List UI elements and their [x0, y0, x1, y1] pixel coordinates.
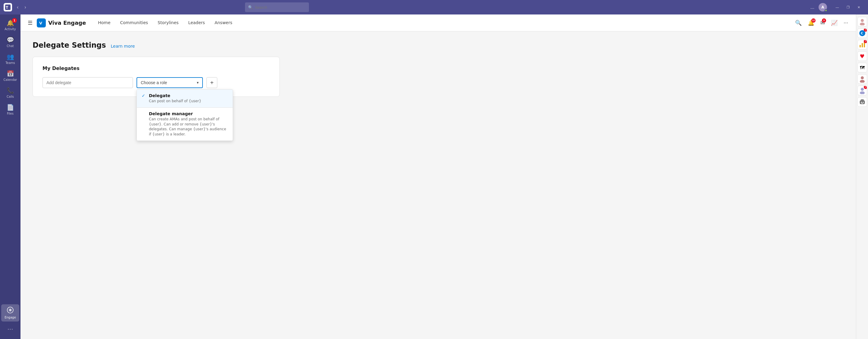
- chevron-down-icon: ▾: [197, 81, 198, 85]
- nav-link-home[interactable]: Home: [93, 15, 115, 31]
- brand-name: Viva Engage: [48, 20, 86, 26]
- right-sidebar: C 1 1 ♥ 🗺: [856, 15, 868, 339]
- right-panel-person2[interactable]: C 1: [858, 28, 867, 38]
- maximize-button[interactable]: ❐: [843, 3, 854, 11]
- svg-point-4: [10, 309, 11, 311]
- notifications-button[interactable]: 🔔 12: [806, 18, 816, 28]
- sidebar-item-label: Calls: [7, 95, 14, 98]
- hamburger-button[interactable]: ☰: [27, 19, 34, 27]
- dropdown-item-delegate-manager[interactable]: ✓ Delegate manager Can create AMAs and p…: [137, 108, 233, 141]
- title-bar-left: T ‹ ›: [4, 3, 29, 11]
- delegate-manager-option-description: Can create AMAs and post on behalf of {u…: [142, 117, 228, 137]
- delegates-card: My Delegates Choose a role ▾: [33, 57, 280, 97]
- svg-point-16: [861, 88, 864, 91]
- sidebar-item-teams[interactable]: 👥 Teams: [1, 51, 19, 67]
- sidebar-item-label: Calendar: [4, 78, 17, 81]
- forward-button[interactable]: ›: [22, 3, 28, 11]
- nav-link-leaders[interactable]: Leaders: [184, 15, 210, 31]
- page-title-row: Delegate Settings Learn more: [33, 41, 844, 50]
- sidebar-item-label: Engage: [4, 316, 16, 319]
- dropdown-item-delegate[interactable]: ✓ Delegate Can post on behalf of {user}: [137, 90, 233, 107]
- right-panel-person4[interactable]: 1: [858, 86, 867, 95]
- nav-link-communities[interactable]: Communities: [116, 15, 153, 31]
- analytics-button[interactable]: 📈: [829, 18, 839, 28]
- right-panel-map[interactable]: 🗺: [858, 63, 867, 73]
- role-dropdown-button[interactable]: Choose a role ▾: [136, 77, 203, 88]
- sidebar-item-label: Chat: [7, 44, 13, 48]
- nav-arrows: ‹ ›: [14, 3, 29, 11]
- sidebar-item-label: Teams: [5, 61, 15, 64]
- svg-rect-12: [862, 43, 863, 47]
- brand-logo: V Viva Engage: [37, 19, 86, 27]
- title-bar: T ‹ › 🔍 ... A — ❐ ✕: [0, 0, 868, 15]
- avatar[interactable]: A: [818, 3, 827, 11]
- more-options-button[interactable]: ...: [809, 3, 816, 11]
- sidebar-item-label: Files: [7, 112, 13, 115]
- sidebar-item-label: Activity: [4, 27, 16, 31]
- right-panel-heart[interactable]: ♥: [858, 51, 867, 61]
- svg-point-20: [861, 102, 862, 103]
- svg-point-15: [860, 80, 865, 83]
- calendar-icon: 📅: [7, 70, 14, 77]
- top-nav-links: Home Communities Storylines Leaders Answ…: [93, 15, 237, 31]
- right-panel-bot[interactable]: [858, 97, 867, 107]
- svg-text:T: T: [6, 5, 8, 10]
- page-content: Delegate Settings Learn more My Delegate…: [21, 31, 856, 339]
- right-panel-badge: 1: [864, 28, 867, 32]
- svg-rect-19: [861, 99, 864, 101]
- files-icon: 📄: [7, 104, 14, 111]
- nav-link-storylines[interactable]: Storylines: [153, 15, 184, 31]
- teams-icon: 👥: [7, 53, 14, 60]
- engage-icon: [7, 307, 13, 315]
- delegate-option-description: Can post on behalf of {user}: [142, 98, 228, 104]
- messages-button[interactable]: ✉ 5: [818, 18, 827, 28]
- nav-link-answers[interactable]: Answers: [210, 15, 237, 31]
- more-button[interactable]: ···: [842, 18, 850, 28]
- top-nav: ☰ V Viva Engage Home Communities Storyli…: [21, 15, 856, 31]
- role-dropdown-wrapper: Choose a role ▾ ✓ Delegate Can: [136, 77, 203, 88]
- search-button[interactable]: 🔍: [793, 18, 804, 28]
- calls-icon: 📞: [7, 87, 14, 94]
- more-apps-button[interactable]: ···: [4, 322, 17, 337]
- minimize-button[interactable]: —: [832, 3, 843, 11]
- app-container: 🔔 Activity 1 💬 Chat 👥 Teams 📅 Calendar 📞…: [0, 15, 868, 339]
- svg-point-7: [861, 19, 864, 22]
- add-delegate-input[interactable]: [42, 77, 133, 88]
- activity-badge: 1: [12, 18, 17, 23]
- sidebar-item-chat[interactable]: 💬 Chat: [1, 34, 19, 50]
- svg-text:C: C: [861, 31, 863, 35]
- right-panel-badge: 1: [864, 40, 867, 43]
- teams-logo-icon: T: [4, 3, 12, 11]
- delegate-row: Choose a role ▾ ✓ Delegate Can: [42, 77, 270, 88]
- svg-rect-22: [861, 103, 864, 104]
- role-dropdown-label: Choose a role: [141, 80, 167, 85]
- right-panel-badge: 1: [864, 86, 867, 89]
- learn-more-link[interactable]: Learn more: [111, 44, 135, 49]
- sidebar-item-calls[interactable]: 📞 Calls: [1, 84, 19, 101]
- notifications-badge: 12: [811, 19, 815, 23]
- sidebar-item-files[interactable]: 📄 Files: [1, 101, 19, 118]
- sidebar-item-activity[interactable]: 🔔 Activity 1: [1, 17, 19, 33]
- sidebar-item-calendar[interactable]: 📅 Calendar: [1, 67, 19, 84]
- back-button[interactable]: ‹: [14, 3, 21, 11]
- close-button[interactable]: ✕: [854, 3, 864, 11]
- messages-badge: 5: [822, 19, 826, 23]
- title-bar-right: ... A — ❐ ✕: [809, 3, 864, 11]
- right-panel-person3[interactable]: [858, 74, 867, 84]
- brand-icon: V: [37, 19, 46, 27]
- search-input[interactable]: [245, 2, 309, 12]
- search-container: 🔍: [245, 2, 378, 12]
- svg-point-17: [860, 91, 865, 94]
- top-nav-right: 🔍 🔔 12 ✉ 5 📈 ···: [793, 18, 850, 28]
- left-sidebar: 🔔 Activity 1 💬 Chat 👥 Teams 📅 Calendar 📞…: [0, 15, 21, 339]
- delegate-option-label: Delegate: [149, 93, 170, 98]
- svg-text:V: V: [39, 21, 42, 25]
- svg-point-8: [860, 23, 865, 25]
- svg-point-21: [863, 102, 864, 103]
- sidebar-item-engage[interactable]: Engage: [1, 304, 19, 321]
- window-controls: — ❐ ✕: [832, 3, 864, 11]
- add-button[interactable]: +: [207, 77, 217, 88]
- main-content: ☰ V Viva Engage Home Communities Storyli…: [21, 15, 856, 339]
- right-panel-person1[interactable]: [858, 17, 867, 27]
- right-panel-chart[interactable]: 1: [858, 40, 867, 50]
